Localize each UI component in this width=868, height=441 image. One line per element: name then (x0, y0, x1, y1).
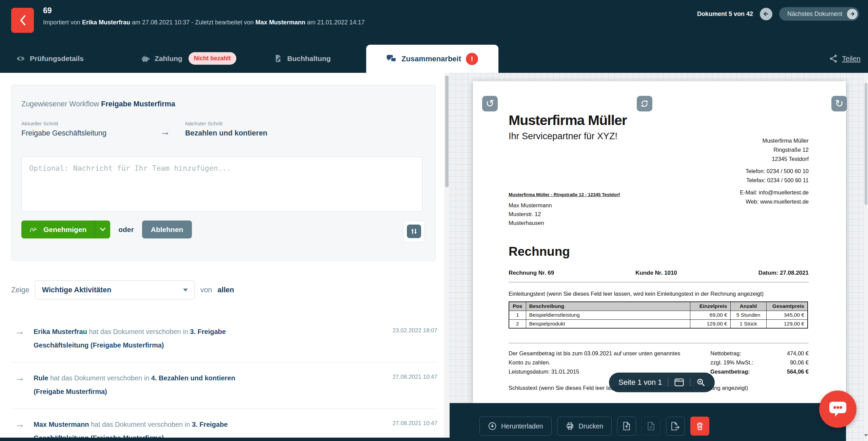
window-icon (674, 378, 684, 386)
document-export-icon (671, 422, 680, 430)
magnifier-plus-icon (696, 378, 705, 387)
share-label: Teilen (842, 55, 861, 63)
activity-item: → Max Mustermann hat das Dokument versch… (11, 409, 437, 441)
arrow-right-icon (847, 9, 857, 19)
document-pencil-icon (274, 54, 282, 63)
tab-pruefungsdetails[interactable]: Prüfungsdetails (16, 44, 84, 73)
fit-page-button[interactable] (674, 378, 684, 386)
table-cell: Beispielprodukt (526, 319, 690, 328)
table-header: Pos (509, 302, 526, 311)
invoice-number: Rechnung Nr. 69 (509, 270, 554, 276)
activity-list: → Erika Musterfrau hat das Dokument vers… (11, 316, 437, 441)
invoice-sender-line: Musterfirma Müller - Ringstraße 12 - 123… (509, 192, 620, 197)
app-window: 69 Importiert von Erika Musterfrau am 27… (0, 0, 868, 441)
divider (509, 343, 809, 343)
workflow-steps: Aktueller Schritt Freigabe Geschäftsleit… (21, 121, 268, 138)
share-icon (829, 54, 838, 63)
support-chat-button[interactable] (819, 391, 856, 428)
next-step-label: Nächster Schritt (185, 121, 268, 127)
invoice-intro-text: Einleitungstext (wenn Sie dieses Feld le… (509, 291, 764, 297)
top-header: 69 Importiert von Erika Musterfrau am 27… (0, 0, 868, 73)
tab-label: Prüfungsdetails (30, 55, 84, 63)
divider (668, 378, 668, 387)
invoice-page: Musterfirma Müller Ihr Servicepartner fü… (473, 81, 846, 403)
table-row: 2 Beispielprodukt 129,00 € 1 Stück 129,0… (509, 319, 808, 328)
invoice-address-block: Musterfirma Müller Ringstraße 12 12345 T… (762, 136, 809, 164)
document-check-icon (647, 422, 655, 430)
tab-label: Zusammenarbeit (401, 55, 461, 63)
scroll-down-arrow[interactable] (864, 434, 868, 438)
zoom-in-button[interactable] (696, 378, 705, 387)
export-document-button[interactable] (666, 417, 685, 436)
download-button[interactable]: Herunterladen (479, 417, 552, 436)
approve-button[interactable]: Genehmigen (21, 220, 95, 238)
table-cell: Beispieldienstleistung (526, 311, 690, 319)
invoice-phone-block: Telefon: 0234 / 500 60 10 Telefax: 0234 … (746, 167, 809, 185)
table-header: Einzelpreis (690, 302, 730, 311)
table-cell: 1 (509, 311, 526, 319)
assigned-workflow: Zugewiesener Workflow Freigabe Musterfir… (21, 100, 175, 108)
viewer-toolbar: Herunterladen Drucken (450, 403, 846, 441)
of-label: von (200, 286, 212, 294)
invoice-doc-title: Rechnung (509, 245, 570, 259)
next-step-value: Bezahlen und kontieren (185, 129, 268, 138)
table-cell: 129,00 € (690, 319, 730, 328)
upload-version-button[interactable] (617, 417, 636, 436)
approve-options-button[interactable] (95, 220, 110, 238)
scrollbar-thumb[interactable] (865, 83, 867, 205)
unpaid-status-badge: Nicht bezahlt (189, 52, 236, 65)
divider (509, 282, 809, 282)
invoice-line-items: Pos Beschreibung Einzelpreis Anzahl Gesa… (509, 301, 808, 329)
panel-scrollbar[interactable] (444, 73, 450, 441)
previous-document-button[interactable] (760, 8, 772, 20)
tab-zahlung[interactable]: Zahlung Nicht bezahlt (141, 44, 236, 73)
page-indicator: Seite 1 von 1 (618, 378, 662, 387)
rotate-right-button[interactable]: ↻ (831, 96, 847, 111)
share-link[interactable]: Teilen (829, 44, 861, 73)
invoice-totals: Nettobetrag:474,00 € zzgl. 19% MwSt.:90,… (710, 349, 809, 376)
back-button[interactable] (11, 8, 34, 33)
download-icon (488, 422, 497, 430)
chevron-down-icon (183, 289, 188, 292)
alert-badge: ! (466, 53, 478, 65)
chat-bubbles-icon (387, 54, 397, 63)
bottom-edge-bar (0, 438, 450, 441)
activity-timestamp: 23.02.2022 18:07 (393, 325, 437, 352)
table-header: Gesamtpreis (766, 302, 808, 311)
tab-label: Zahlung (155, 55, 182, 63)
scrollbar-thumb[interactable] (445, 76, 449, 187)
tab-buchhaltung[interactable]: Buchhaltung (274, 44, 331, 73)
rotate-left-button[interactable]: ↺ (482, 96, 498, 111)
arrow-right-icon: → (11, 325, 34, 352)
activity-text: Erika Musterfrau hat das Dokument versch… (34, 325, 264, 352)
approve-split-button: Genehmigen (21, 220, 110, 238)
next-document-button[interactable]: Nächstes Dokument (779, 7, 859, 21)
activity-scope-link[interactable]: allen (217, 286, 234, 294)
document-upload-icon (623, 422, 631, 430)
chat-bubble-icon (827, 399, 849, 419)
chevron-down-icon (100, 228, 105, 231)
arrow-left-icon (763, 10, 769, 17)
swap-vertical-icon (407, 225, 421, 238)
document-pager: Dokument 5 von 42 Nächstes Dokument (697, 7, 859, 21)
collaboration-panel: Zugewiesener Workflow Freigabe Musterfir… (0, 73, 444, 441)
viewer-scrollbar[interactable] (863, 73, 868, 441)
activity-filter-select[interactable]: Wichtige Aktivitäten (35, 280, 195, 299)
current-step: Aktueller Schritt Freigabe Geschäftsleit… (21, 121, 145, 138)
move-document-button[interactable] (403, 220, 425, 242)
activity-filter-row: Zeige Wichtige Aktivitäten von allen (11, 280, 234, 299)
tab-zusammenarbeit[interactable]: Zusammenarbeit ! (366, 45, 498, 73)
chevron-left-icon (18, 14, 27, 26)
print-button[interactable]: Drucken (557, 417, 612, 436)
signature-icon (29, 226, 39, 233)
team-message-input[interactable] (21, 157, 422, 212)
rotate-180-button[interactable] (637, 96, 652, 111)
next-document-label: Nächstes Dokument (787, 10, 842, 18)
show-label: Zeige (11, 286, 29, 294)
approval-actions: Genehmigen oder Ablehnen (21, 220, 192, 238)
verify-document-button[interactable] (642, 417, 660, 436)
delete-button[interactable] (690, 417, 709, 436)
reject-button[interactable]: Ablehnen (142, 220, 192, 238)
filter-selected-value: Wichtige Aktivitäten (42, 286, 111, 294)
customer-number: Kunde Nr. 1010 (635, 270, 677, 276)
